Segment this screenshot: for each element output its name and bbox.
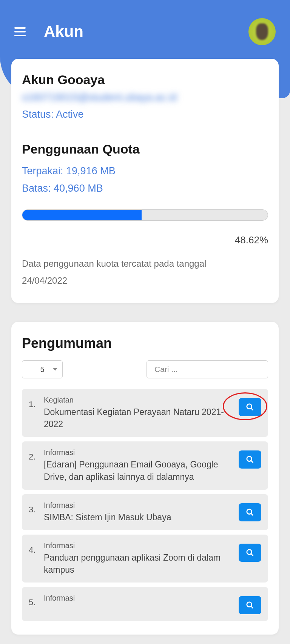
page-size-wrapper: 5: [22, 360, 63, 378]
quota-used-label: Terpakai:: [22, 165, 63, 177]
quota-limit-label: Batas:: [22, 183, 51, 194]
announcement-text: SIMBA: Sistem Ijin Masuk Ubaya: [44, 511, 233, 523]
announcement-item: 3.InformasiSIMBA: Sistem Ijin Masuk Ubay…: [22, 494, 268, 530]
svg-line-7: [251, 554, 253, 556]
svg-point-2: [247, 456, 252, 461]
quota-note: Data penggunaan kuota tercatat pada tang…: [22, 255, 268, 289]
page-size-select[interactable]: 5: [22, 360, 63, 378]
svg-point-0: [247, 404, 252, 409]
quota-limit: Batas: 40,960 MB: [22, 180, 268, 197]
announcement-number: 5.: [29, 598, 39, 607]
announcement-text: Dokumentasi Kegiatan Perayaan Nataru 202…: [44, 406, 233, 430]
header-left: Akun: [14, 23, 83, 41]
quota-note-prefix: Data penggunaan kuota tercatat pada tang…: [22, 255, 268, 272]
svg-line-3: [251, 461, 253, 463]
search-icon: [246, 455, 254, 464]
announcement-text: Panduan penggunaan aplikasi Zoom di dala…: [44, 552, 233, 576]
announcement-list: 1.KegiatanDokumentasi Kegiatan Perayaan …: [22, 389, 268, 621]
svg-point-6: [247, 550, 252, 555]
quota-progress-bar: [22, 209, 268, 221]
search-icon: [246, 403, 254, 411]
search-input[interactable]: [147, 360, 268, 378]
announcements-controls: 5: [22, 360, 268, 378]
announcement-item: 1.KegiatanDokumentasi Kegiatan Perayaan …: [22, 389, 268, 437]
svg-line-9: [251, 606, 253, 609]
quota-limit-value: 40,960 MB: [54, 183, 103, 194]
announcement-item: 5.Informasi: [22, 587, 268, 621]
svg-line-5: [251, 513, 253, 515]
status-value: Active: [56, 109, 84, 120]
announcement-category: Kegiatan: [44, 396, 233, 404]
search-icon: [246, 601, 254, 609]
quota-title: Penggunaan Quota: [22, 142, 268, 157]
view-button[interactable]: [239, 398, 261, 416]
account-status: Status: Active: [22, 109, 268, 120]
account-email-blurred: s160719015@student.ubaya.ac.id: [22, 92, 268, 103]
page-title: Akun: [44, 23, 83, 41]
announcement-content: Informasi[Edaran] Penggunaan Email Gooay…: [44, 448, 233, 483]
account-card: Akun Gooaya s160719015@student.ubaya.ac.…: [11, 59, 279, 303]
quota-note-date: 24/04/2022: [22, 272, 268, 289]
search-icon: [246, 508, 254, 516]
announcement-content: Informasi: [44, 594, 233, 604]
search-icon: [246, 549, 254, 557]
announcement-content: KegiatanDokumentasi Kegiatan Perayaan Na…: [44, 396, 233, 430]
announcements-title: Pengumuman: [22, 335, 268, 351]
announcement-item: 2.Informasi[Edaran] Penggunaan Email Goo…: [22, 441, 268, 489]
svg-point-8: [247, 602, 252, 607]
announcement-item: 4.InformasiPanduan penggunaan aplikasi Z…: [22, 535, 268, 583]
announcement-category: Informasi: [44, 594, 233, 603]
announcement-category: Informasi: [44, 541, 233, 550]
app-header: Akun: [0, 0, 290, 45]
announcement-category: Informasi: [44, 448, 233, 457]
quota-used-value: 19,916 MB: [66, 165, 116, 177]
announcements-card: Pengumuman 5 1.KegiatanDokumentasi Kegia…: [11, 322, 279, 635]
announcement-number: 1.: [29, 400, 39, 409]
divider: [22, 131, 268, 131]
view-button[interactable]: [239, 503, 261, 521]
announcement-content: InformasiSIMBA: Sistem Ijin Masuk Ubaya: [44, 501, 233, 523]
svg-line-1: [251, 408, 253, 410]
quota-progress-fill: [22, 210, 142, 220]
svg-point-4: [247, 509, 252, 514]
view-button[interactable]: [239, 544, 261, 562]
announcement-number: 4.: [29, 545, 39, 555]
announcement-content: InformasiPanduan penggunaan aplikasi Zoo…: [44, 541, 233, 576]
announcement-number: 2.: [29, 452, 39, 462]
announcement-category: Informasi: [44, 501, 233, 510]
menu-icon[interactable]: [14, 27, 26, 36]
quota-percent: 48.62%: [22, 234, 268, 246]
announcement-number: 3.: [29, 505, 39, 515]
view-button[interactable]: [239, 450, 261, 469]
avatar[interactable]: [248, 18, 276, 45]
status-label: Status:: [22, 109, 54, 120]
announcement-text: [Edaran] Penggunaan Email Gooaya, Google…: [44, 458, 233, 483]
view-button[interactable]: [239, 596, 261, 614]
account-title: Akun Gooaya: [22, 72, 268, 87]
quota-used: Terpakai: 19,916 MB: [22, 163, 268, 180]
